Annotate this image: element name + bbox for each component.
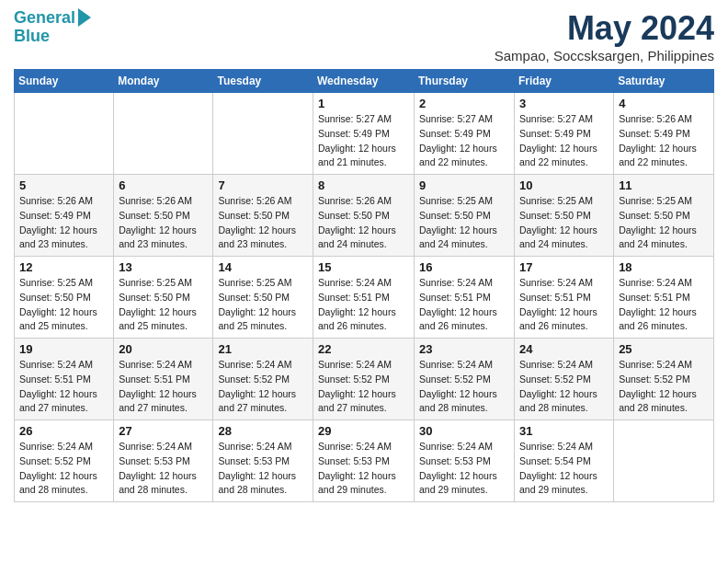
calendar-cell: 22Sunrise: 5:24 AM Sunset: 5:52 PM Dayli… (313, 339, 415, 420)
subtitle: Sampao, Soccsksargen, Philippines (495, 48, 714, 63)
day-info: Sunrise: 5:26 AM Sunset: 5:50 PM Dayligh… (119, 194, 208, 252)
calendar-cell: 9Sunrise: 5:25 AM Sunset: 5:50 PM Daylig… (415, 175, 515, 257)
day-info: Sunrise: 5:24 AM Sunset: 5:52 PM Dayligh… (218, 358, 308, 416)
calendar-cell: 16Sunrise: 5:24 AM Sunset: 5:51 PM Dayli… (415, 257, 515, 339)
day-info: Sunrise: 5:26 AM Sunset: 5:50 PM Dayligh… (318, 194, 409, 252)
calendar-cell (614, 420, 714, 502)
calendar-cell: 28Sunrise: 5:24 AM Sunset: 5:53 PM Dayli… (213, 420, 313, 502)
day-number: 2 (419, 97, 509, 110)
day-number: 20 (119, 342, 208, 356)
calendar-cell: 12Sunrise: 5:25 AM Sunset: 5:50 PM Dayli… (15, 257, 114, 339)
calendar-cell: 15Sunrise: 5:24 AM Sunset: 5:51 PM Dayli… (313, 257, 415, 339)
day-number: 15 (318, 260, 409, 274)
day-info: Sunrise: 5:24 AM Sunset: 5:51 PM Dayligh… (318, 276, 409, 334)
calendar-cell: 1Sunrise: 5:27 AM Sunset: 5:49 PM Daylig… (313, 93, 415, 175)
calendar-cell: 11Sunrise: 5:25 AM Sunset: 5:50 PM Dayli… (614, 175, 714, 257)
day-info: Sunrise: 5:26 AM Sunset: 5:49 PM Dayligh… (19, 194, 108, 252)
calendar-cell (15, 93, 114, 175)
calendar-cell: 10Sunrise: 5:25 AM Sunset: 5:50 PM Dayli… (515, 175, 614, 257)
day-info: Sunrise: 5:25 AM Sunset: 5:50 PM Dayligh… (19, 276, 108, 334)
day-number: 5 (19, 178, 108, 192)
day-number: 7 (218, 178, 308, 192)
calendar-cell: 26Sunrise: 5:24 AM Sunset: 5:52 PM Dayli… (15, 420, 114, 502)
calendar-cell: 31Sunrise: 5:24 AM Sunset: 5:54 PM Dayli… (515, 420, 614, 502)
day-info: Sunrise: 5:25 AM Sunset: 5:50 PM Dayligh… (419, 194, 509, 252)
day-number: 18 (619, 260, 709, 274)
day-number: 4 (619, 97, 709, 110)
calendar-week-5: 26Sunrise: 5:24 AM Sunset: 5:52 PM Dayli… (15, 420, 714, 502)
calendar-cell: 30Sunrise: 5:24 AM Sunset: 5:53 PM Dayli… (415, 420, 515, 502)
calendar-cell: 24Sunrise: 5:24 AM Sunset: 5:52 PM Dayli… (515, 339, 614, 420)
calendar-cell: 3Sunrise: 5:27 AM Sunset: 5:49 PM Daylig… (515, 93, 614, 175)
calendar-cell: 23Sunrise: 5:24 AM Sunset: 5:52 PM Dayli… (415, 339, 515, 420)
logo-text-line2: Blue (14, 28, 50, 46)
day-number: 14 (218, 260, 308, 274)
day-number: 11 (619, 178, 709, 192)
day-info: Sunrise: 5:25 AM Sunset: 5:50 PM Dayligh… (218, 276, 308, 334)
day-number: 23 (419, 342, 509, 356)
calendar-header-row: SundayMondayTuesdayWednesdayThursdayFrid… (15, 70, 714, 93)
day-number: 9 (419, 178, 509, 192)
day-number: 22 (318, 342, 409, 356)
logo: General Blue (14, 9, 91, 46)
day-info: Sunrise: 5:25 AM Sunset: 5:50 PM Dayligh… (119, 276, 208, 334)
calendar-cell: 21Sunrise: 5:24 AM Sunset: 5:52 PM Dayli… (213, 339, 313, 420)
day-info: Sunrise: 5:24 AM Sunset: 5:51 PM Dayligh… (419, 276, 509, 334)
day-info: Sunrise: 5:24 AM Sunset: 5:53 PM Dayligh… (318, 440, 409, 498)
day-number: 26 (19, 424, 108, 438)
calendar-cell: 18Sunrise: 5:24 AM Sunset: 5:51 PM Dayli… (614, 257, 714, 339)
day-number: 19 (19, 342, 108, 356)
day-number: 16 (419, 260, 509, 274)
calendar-table: SundayMondayTuesdayWednesdayThursdayFrid… (14, 69, 714, 502)
day-info: Sunrise: 5:24 AM Sunset: 5:53 PM Dayligh… (119, 440, 208, 498)
day-info: Sunrise: 5:27 AM Sunset: 5:49 PM Dayligh… (318, 112, 409, 170)
calendar-cell: 17Sunrise: 5:24 AM Sunset: 5:51 PM Dayli… (515, 257, 614, 339)
day-info: Sunrise: 5:24 AM Sunset: 5:52 PM Dayligh… (419, 358, 509, 416)
day-info: Sunrise: 5:24 AM Sunset: 5:52 PM Dayligh… (619, 358, 709, 416)
day-info: Sunrise: 5:26 AM Sunset: 5:50 PM Dayligh… (218, 194, 308, 252)
calendar-cell: 27Sunrise: 5:24 AM Sunset: 5:53 PM Dayli… (114, 420, 213, 502)
day-number: 31 (519, 424, 609, 438)
day-info: Sunrise: 5:25 AM Sunset: 5:50 PM Dayligh… (619, 194, 709, 252)
day-number: 29 (318, 424, 409, 438)
calendar-cell: 4Sunrise: 5:26 AM Sunset: 5:49 PM Daylig… (614, 93, 714, 175)
day-info: Sunrise: 5:27 AM Sunset: 5:49 PM Dayligh… (519, 112, 609, 170)
day-number: 1 (318, 97, 409, 110)
day-info: Sunrise: 5:24 AM Sunset: 5:53 PM Dayligh… (218, 440, 308, 498)
day-number: 27 (119, 424, 208, 438)
header-sunday: Sunday (15, 70, 114, 93)
calendar-cell: 29Sunrise: 5:24 AM Sunset: 5:53 PM Dayli… (313, 420, 415, 502)
calendar-cell (114, 93, 213, 175)
header-saturday: Saturday (614, 70, 714, 93)
header-thursday: Thursday (415, 70, 515, 93)
day-number: 24 (519, 342, 609, 356)
day-number: 30 (419, 424, 509, 438)
day-info: Sunrise: 5:24 AM Sunset: 5:53 PM Dayligh… (419, 440, 509, 498)
calendar-week-3: 12Sunrise: 5:25 AM Sunset: 5:50 PM Dayli… (15, 257, 714, 339)
day-number: 8 (318, 178, 409, 192)
day-number: 25 (619, 342, 709, 356)
day-number: 21 (218, 342, 308, 356)
header-wednesday: Wednesday (313, 70, 415, 93)
calendar-week-1: 1Sunrise: 5:27 AM Sunset: 5:49 PM Daylig… (15, 93, 714, 175)
main-title: May 2024 (495, 9, 714, 48)
calendar-cell: 7Sunrise: 5:26 AM Sunset: 5:50 PM Daylig… (213, 175, 313, 257)
day-number: 3 (519, 97, 609, 110)
calendar-week-2: 5Sunrise: 5:26 AM Sunset: 5:49 PM Daylig… (15, 175, 714, 257)
calendar-cell: 20Sunrise: 5:24 AM Sunset: 5:51 PM Dayli… (114, 339, 213, 420)
header-tuesday: Tuesday (213, 70, 313, 93)
day-info: Sunrise: 5:24 AM Sunset: 5:52 PM Dayligh… (318, 358, 409, 416)
calendar-cell (213, 93, 313, 175)
day-number: 13 (119, 260, 208, 274)
day-number: 12 (19, 260, 108, 274)
day-info: Sunrise: 5:27 AM Sunset: 5:49 PM Dayligh… (419, 112, 509, 170)
page-header: General Blue May 2024 Sampao, Soccsksarg… (14, 9, 714, 63)
calendar-cell: 14Sunrise: 5:25 AM Sunset: 5:50 PM Dayli… (213, 257, 313, 339)
day-number: 17 (519, 260, 609, 274)
logo-text-line1: General (14, 9, 75, 28)
day-number: 28 (218, 424, 308, 438)
day-info: Sunrise: 5:24 AM Sunset: 5:51 PM Dayligh… (619, 276, 709, 334)
header-friday: Friday (515, 70, 614, 93)
calendar-cell: 25Sunrise: 5:24 AM Sunset: 5:52 PM Dayli… (614, 339, 714, 420)
day-info: Sunrise: 5:24 AM Sunset: 5:51 PM Dayligh… (19, 358, 108, 416)
